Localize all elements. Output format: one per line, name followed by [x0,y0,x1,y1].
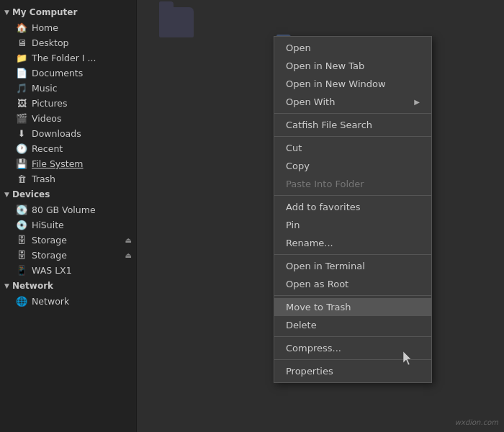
sidebar-icon-storage1: 🗄 [16,235,27,246]
sidebar-label-recent: Recent [32,143,63,154]
sidebar-label-hisuite: HiSuite [32,220,64,230]
menu-label-rename: Rename... [286,238,333,248]
sidebar-label-music: Music [32,83,58,94]
sidebar-section-devices[interactable]: ▼Devices [0,186,136,202]
sidebar-item-was-lx1[interactable]: 📱WAS LX1 [0,263,136,278]
menu-label-copy: Copy [286,161,310,171]
menu-label-open-root: Open as Root [286,279,348,289]
folder-img-folder1 [159,7,194,37]
menu-item-delete[interactable]: Delete [274,316,431,334]
menu-label-catfish: Catfish File Search [286,120,372,130]
menu-item-cut[interactable]: Cut [274,139,431,157]
sidebar-item-network-item[interactable]: 🌐Network [0,294,136,309]
sidebar: ▼My Computer🏠Home🖥Desktop📁The Folder I .… [0,0,137,432]
separator-sep1 [274,113,431,114]
separator-sep6 [274,336,431,337]
sidebar-label-trash: Trash [32,174,55,184]
section-label-my-computer: My Computer [12,7,77,17]
menu-item-open[interactable]: Open [274,39,431,57]
sidebar-icon-network-item: 🌐 [16,296,27,307]
menu-item-open-new-tab[interactable]: Open in New Tab [274,57,431,75]
sidebar-icon-hisuite: 💿 [16,220,27,230]
sidebar-icon-home: 🏠 [16,22,27,33]
separator-sep4 [274,254,431,255]
sidebar-item-trash[interactable]: 🗑Trash [0,171,136,186]
sidebar-label-storage2: Storage [32,250,67,261]
menu-item-compress[interactable]: Compress... [274,339,431,357]
sidebar-label-pictures: Pictures [32,98,68,109]
sidebar-item-storage1[interactable]: 🗄Storage⏏ [0,233,136,248]
sidebar-icon-desktop: 🖥 [16,37,27,48]
folder-folder1[interactable] [151,7,202,40]
sidebar-label-documents: Documents [32,68,83,78]
sidebar-label-file-system: File System [32,158,84,169]
menu-label-open-with: Open With [286,96,335,107]
sidebar-label-storage1: Storage [32,235,67,246]
watermark: wxdion.com [455,418,498,426]
sidebar-icon-was-lx1: 📱 [16,265,27,276]
sidebar-item-videos[interactable]: 🎬Videos [0,111,136,126]
menu-item-open-with[interactable]: Open With▶ [274,93,431,111]
menu-label-move-trash: Move to Trash [286,302,351,312]
section-label-devices: Devices [12,189,50,199]
menu-item-pin[interactable]: Pin [274,216,431,234]
sidebar-icon-downloads: ⬇ [16,128,27,139]
sidebar-item-documents[interactable]: 📄Documents [0,66,136,81]
menu-label-add-favorites: Add to favorites [286,202,361,212]
sidebar-icon-file-system: 💾 [16,158,27,169]
sidebar-item-music[interactable]: 🎵Music [0,81,136,96]
menu-item-rename[interactable]: Rename... [274,234,431,252]
sidebar-label-videos: Videos [32,113,62,124]
main-area: This Te OpenOpen in New TabOpen in New W… [137,0,504,432]
sidebar-icon-recent: 🕐 [16,143,27,154]
sidebar-item-desktop[interactable]: 🖥Desktop [0,35,136,50]
sidebar-label-home: Home [32,22,58,33]
sidebar-icon-documents: 📄 [16,68,27,78]
menu-label-paste-into: Paste Into Folder [286,179,364,189]
separator-sep7 [274,359,431,360]
separator-sep2 [274,136,431,137]
sidebar-item-pictures[interactable]: 🖼Pictures [0,96,136,111]
menu-label-open-new-window: Open in New Window [286,78,386,89]
menu-item-move-trash[interactable]: Move to Trash [274,298,431,316]
sidebar-item-file-system[interactable]: 💾File System [0,156,136,171]
sidebar-label-network-item: Network [32,296,69,307]
sidebar-item-home[interactable]: 🏠Home [0,20,136,35]
sidebar-section-my-computer[interactable]: ▼My Computer [0,4,136,20]
menu-label-delete: Delete [286,320,317,330]
sidebar-item-hisuite[interactable]: 💿HiSuite [0,217,136,233]
sidebar-item-recent[interactable]: 🕐Recent [0,141,136,156]
menu-label-compress: Compress... [286,343,341,354]
menu-item-properties[interactable]: Properties [274,362,431,380]
sidebar-label-80gb: 80 GB Volume [32,204,96,215]
eject-icon-storage2[interactable]: ⏏ [125,251,132,259]
menu-item-open-root[interactable]: Open as Root [274,275,431,293]
section-arrow-devices: ▼ [4,191,9,198]
submenu-arrow-open-with: ▶ [414,98,420,106]
eject-icon-storage1[interactable]: ⏏ [125,236,132,244]
sidebar-icon-storage2: 🗄 [16,250,27,261]
sidebar-icon-80gb: 💽 [16,204,27,215]
menu-label-properties: Properties [286,366,333,377]
sidebar-item-the-folder[interactable]: 📁The Folder I ... [0,50,136,66]
sidebar-icon-trash: 🗑 [16,174,27,184]
menu-label-open: Open [286,42,311,53]
sidebar-label-desktop: Desktop [32,37,69,48]
section-arrow-network: ▼ [4,282,9,289]
sidebar-icon-the-folder: 📁 [16,53,27,63]
menu-item-open-terminal[interactable]: Open in Terminal [274,257,431,275]
sidebar-item-storage2[interactable]: 🗄Storage⏏ [0,248,136,263]
sidebar-label-was-lx1: WAS LX1 [32,265,72,276]
menu-label-open-new-tab: Open in New Tab [286,60,364,71]
menu-item-catfish[interactable]: Catfish File Search [274,116,431,134]
menu-item-open-new-window[interactable]: Open in New Window [274,75,431,93]
menu-item-copy[interactable]: Copy [274,157,431,175]
menu-item-add-favorites[interactable]: Add to favorites [274,198,431,216]
context-menu: OpenOpen in New TabOpen in New WindowOpe… [274,36,432,383]
sidebar-item-80gb[interactable]: 💽80 GB Volume [0,202,136,217]
section-arrow-my-computer: ▼ [4,9,9,16]
menu-label-cut: Cut [286,143,302,153]
sidebar-section-network[interactable]: ▼Network [0,278,136,294]
sidebar-icon-pictures: 🖼 [16,98,27,109]
sidebar-item-downloads[interactable]: ⬇Downloads [0,126,136,141]
